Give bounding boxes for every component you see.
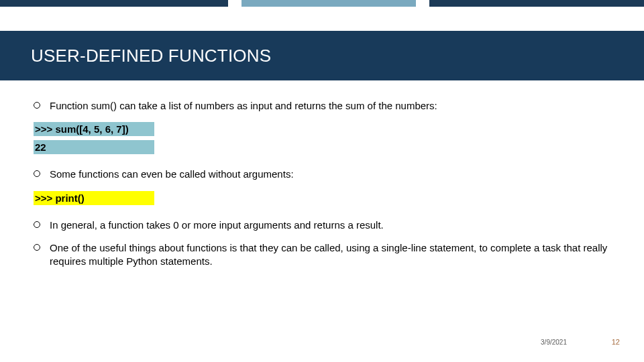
code-output: 22 (34, 140, 154, 154)
top-accent-bars (0, 0, 644, 7)
bullet-item: One of the useful things about functions… (34, 241, 610, 269)
bullet-icon (34, 170, 40, 177)
slide-content: Function sum() can take a list of number… (0, 80, 644, 268)
bullet-icon (34, 221, 40, 228)
footer-date: 3/9/2021 (541, 339, 567, 346)
code-line: >>> sum([4, 5, 6, 7]) (34, 122, 154, 136)
code-line: >>> print() (34, 191, 154, 205)
bullet-item: Some functions can even be called withou… (34, 168, 610, 181)
title-band: USER-DEFINED FUNCTIONS (0, 31, 644, 80)
accent-gap-2 (416, 0, 429, 7)
code-block-1: >>> sum([4, 5, 6, 7]) 22 (34, 122, 610, 158)
accent-bar-dark-1 (0, 0, 228, 7)
bullet-item: In general, a function takes 0 or more i… (34, 219, 610, 232)
slide-title: USER-DEFINED FUNCTIONS (31, 46, 271, 66)
bullet-icon (34, 102, 40, 109)
bullet-text: Function sum() can take a list of number… (50, 99, 437, 113)
accent-bar-dark-2 (429, 0, 644, 7)
bullet-icon (34, 244, 40, 251)
bullet-text: Some functions can even be called withou… (50, 168, 294, 181)
bullet-text: One of the useful things about functions… (50, 241, 610, 269)
accent-gap-1 (228, 0, 241, 7)
code-block-2: >>> print() (34, 191, 610, 209)
accent-bar-light (241, 0, 416, 7)
footer-page-number: 12 (612, 338, 620, 346)
bullet-text: In general, a function takes 0 or more i… (50, 219, 384, 232)
bullet-item: Function sum() can take a list of number… (34, 99, 610, 113)
